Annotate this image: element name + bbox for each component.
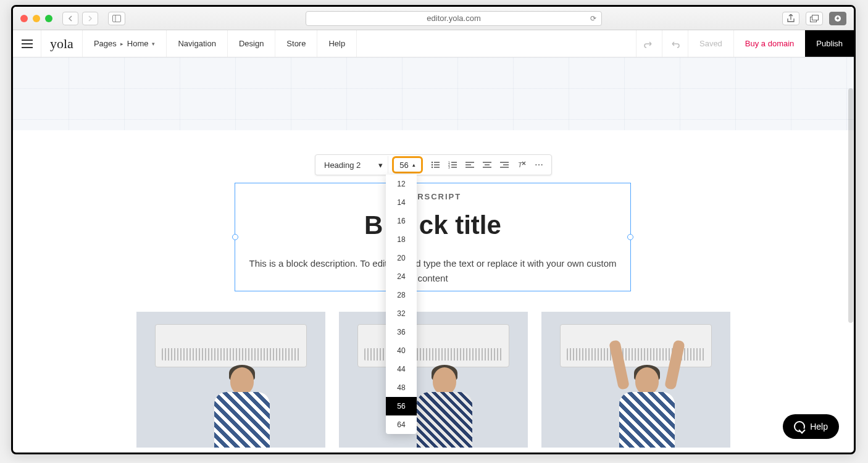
chat-icon	[794, 421, 805, 432]
undo-button[interactable]	[636, 30, 662, 57]
minimize-window-button[interactable]	[33, 15, 40, 22]
block-description[interactable]: This is a block description. To edit, d …	[248, 256, 618, 286]
caret-down-icon: ▾	[152, 41, 155, 47]
caret-down-icon: ▾	[378, 161, 383, 170]
help-widget[interactable]: Help	[783, 414, 839, 439]
font-size-option[interactable]: 40	[386, 341, 417, 360]
font-size-option[interactable]: 44	[386, 360, 417, 378]
clear-format-icon[interactable]: T	[513, 156, 530, 173]
svg-point-8	[432, 162, 433, 163]
font-size-option[interactable]: 48	[386, 378, 417, 397]
font-size-option[interactable]: 16	[386, 212, 417, 230]
align-left-icon[interactable]	[461, 156, 478, 173]
caret-right-icon: ▸	[120, 41, 123, 47]
image-card[interactable]	[541, 312, 730, 448]
font-size-option[interactable]: 36	[386, 323, 417, 341]
url-bar[interactable]: editor.yola.com ⟳	[306, 11, 602, 26]
redo-button[interactable]	[662, 30, 688, 57]
image-card[interactable]	[339, 312, 528, 448]
back-button[interactable]	[62, 12, 78, 25]
numbered-list-icon[interactable]: 123	[444, 156, 461, 173]
text-toolbar: Heading 2 ▾ 56 ▴ 123 T	[315, 154, 552, 175]
close-window-button[interactable]	[20, 15, 28, 22]
font-size-option-selected[interactable]: 56	[386, 397, 417, 415]
reload-icon[interactable]: ⟳	[590, 14, 596, 23]
menu-icon[interactable]	[13, 30, 41, 57]
more-icon[interactable]: ⋯	[530, 156, 548, 173]
image-card-row	[136, 312, 730, 448]
sidebar-toggle-icon[interactable]	[108, 12, 125, 25]
ac-unit-graphic	[560, 324, 712, 367]
save-status: Saved	[688, 30, 733, 57]
pages-menu[interactable]: Pages ▸ Home ▾	[83, 30, 167, 57]
ac-unit-graphic	[357, 324, 509, 367]
font-size-option[interactable]: 64	[386, 415, 417, 434]
menu-design[interactable]: Design	[228, 30, 275, 57]
tabs-icon[interactable]	[806, 12, 823, 25]
browser-chrome: editor.yola.com ⟳	[13, 7, 854, 30]
publish-button[interactable]: Publish	[805, 30, 854, 57]
heading-style-select[interactable]: Heading 2 ▾	[319, 156, 388, 173]
menu-navigation[interactable]: Navigation	[167, 30, 227, 57]
app-toolbar: yola Pages ▸ Home ▾ Navigation Design St…	[13, 30, 854, 57]
hero-background	[13, 57, 854, 130]
caret-up-icon: ▴	[412, 162, 415, 168]
share-icon[interactable]	[782, 12, 799, 25]
menu-store[interactable]: Store	[275, 30, 317, 57]
scrollbar[interactable]	[848, 88, 853, 323]
font-size-option[interactable]: 28	[386, 286, 417, 304]
downloads-icon[interactable]	[829, 12, 846, 25]
url-text: editor.yola.com	[427, 14, 480, 23]
svg-rect-0	[113, 15, 121, 22]
font-size-option[interactable]: 20	[386, 249, 417, 267]
selected-text-block[interactable]: PERSCRIPT B ck title This is a block des…	[235, 183, 631, 291]
ac-unit-graphic	[155, 324, 307, 367]
align-center-icon[interactable]	[478, 156, 496, 173]
svg-rect-3	[812, 15, 819, 20]
logo[interactable]: yola	[41, 30, 83, 57]
block-title[interactable]: B ck title	[235, 211, 630, 240]
font-size-select[interactable]: 56 ▴	[392, 156, 423, 173]
font-size-option[interactable]: 24	[386, 267, 417, 286]
svg-text:T: T	[518, 161, 523, 169]
font-size-option[interactable]: 14	[386, 193, 417, 212]
font-size-option[interactable]: 18	[386, 230, 417, 249]
menu-help[interactable]: Help	[317, 30, 357, 57]
font-size-option[interactable]: 32	[386, 304, 417, 323]
maximize-window-button[interactable]	[45, 15, 52, 22]
editor-canvas[interactable]: Heading 2 ▾ 56 ▴ 123 T	[13, 57, 854, 453]
font-size-dropdown: 12 14 16 18 20 24 28 32 36 40 44 48 56 6…	[386, 175, 417, 434]
svg-point-10	[432, 164, 433, 165]
align-right-icon[interactable]	[496, 156, 513, 173]
font-size-option[interactable]: 12	[386, 175, 417, 193]
forward-button[interactable]	[82, 12, 98, 25]
svg-point-12	[432, 167, 433, 168]
window-controls	[20, 15, 52, 22]
svg-text:3: 3	[448, 165, 450, 169]
bullet-list-icon[interactable]	[427, 156, 444, 173]
buy-domain-button[interactable]: Buy a domain	[733, 30, 806, 57]
image-card[interactable]	[136, 312, 325, 448]
